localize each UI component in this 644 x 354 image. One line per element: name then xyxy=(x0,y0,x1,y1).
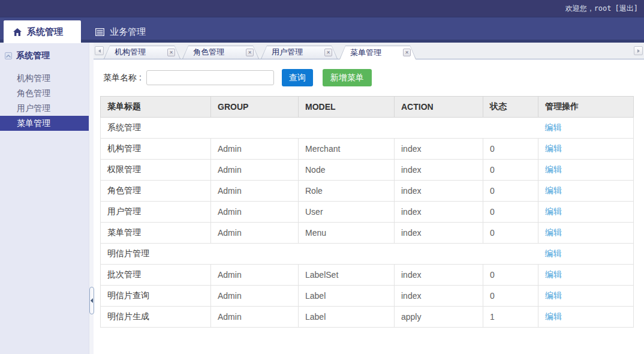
tab-label: 菜单管理 xyxy=(350,47,381,58)
col-action: ACTION xyxy=(395,97,483,118)
edit-link[interactable]: 编辑 xyxy=(545,269,562,279)
edit-link[interactable]: 编辑 xyxy=(545,290,562,300)
cell-model: Menu xyxy=(299,223,395,244)
search-label: 菜单名称 : xyxy=(103,73,142,83)
table-header-row: 菜单标题 GROUP MODEL ACTION 状态 管理操作 xyxy=(101,97,634,118)
cell-title: 机构管理 xyxy=(101,139,211,160)
close-icon[interactable]: ✕ xyxy=(403,49,411,56)
tab-user[interactable]: 用户管理 ✕ xyxy=(261,46,338,59)
col-title: 菜单标题 xyxy=(101,97,211,118)
table-row: 角色管理 Admin Role index 0 编辑 xyxy=(101,181,634,202)
cell-operations: 编辑 xyxy=(538,202,634,223)
cell-status: 0 xyxy=(483,223,538,244)
cell-title: 角色管理 xyxy=(101,181,211,202)
cell-action: index xyxy=(395,139,483,160)
col-group: GROUP xyxy=(211,97,299,118)
chevron-left-icon xyxy=(98,49,101,53)
cell-operations: 编辑 xyxy=(538,307,634,328)
cell-action: index xyxy=(395,160,483,181)
sidebar-section-header: 系统管理 xyxy=(0,43,89,61)
cell-status: 0 xyxy=(483,265,538,286)
cell-title: 明信片管理 xyxy=(101,244,538,265)
edit-link[interactable]: 编辑 xyxy=(545,143,562,153)
edit-link[interactable]: 编辑 xyxy=(545,122,562,132)
cell-model: Label xyxy=(299,286,395,307)
edit-link[interactable]: 编辑 xyxy=(545,164,562,174)
add-menu-button[interactable]: 新增菜单 xyxy=(323,69,372,86)
close-icon[interactable]: ✕ xyxy=(167,49,175,56)
cell-model: Label xyxy=(299,307,395,328)
table-row: 明信片生成 Admin Label apply 1 编辑 xyxy=(101,307,634,328)
cell-group: Admin xyxy=(211,160,299,181)
edit-link[interactable]: 编辑 xyxy=(545,206,562,216)
tab-scroll-right-button[interactable] xyxy=(634,46,643,55)
cell-model: User xyxy=(299,202,395,223)
sidebar-item-merchant[interactable]: 机构管理 xyxy=(0,71,89,86)
table-group-row: 系统管理 编辑 xyxy=(101,118,634,139)
cell-status: 0 xyxy=(483,181,538,202)
collapse-left-icon xyxy=(91,298,93,303)
cell-status: 0 xyxy=(483,202,538,223)
welcome-text: 欢迎您，root xyxy=(565,4,612,14)
cell-operations: 编辑 xyxy=(538,223,634,244)
cell-group: Admin xyxy=(211,223,299,244)
edit-link[interactable]: 编辑 xyxy=(545,311,562,321)
cell-model: Node xyxy=(299,160,395,181)
cell-operations: 编辑 xyxy=(538,139,634,160)
cell-status: 1 xyxy=(483,307,538,328)
table-row: 权限管理 Admin Node index 0 编辑 xyxy=(101,160,634,181)
search-form: 菜单名称 : 查询 新增菜单 xyxy=(103,69,634,86)
nav-tab-business[interactable]: 业务管理 xyxy=(81,20,160,43)
close-icon[interactable]: ✕ xyxy=(246,49,254,56)
cell-title: 用户管理 xyxy=(101,202,211,223)
cell-action: apply xyxy=(395,307,483,328)
sidebar-collapse-handle[interactable] xyxy=(89,287,94,314)
cell-action: index xyxy=(395,286,483,307)
tab-menu[interactable]: 菜单管理 ✕ xyxy=(339,46,416,59)
tab-label: 机构管理 xyxy=(115,47,146,58)
sidebar-menu: 机构管理 角色管理 用户管理 菜单管理 xyxy=(0,71,89,131)
nav-tab-system[interactable]: 系统管理 xyxy=(4,20,81,43)
sidebar-item-user[interactable]: 用户管理 xyxy=(0,101,89,116)
table-row: 明信片查询 Admin Label index 0 编辑 xyxy=(101,286,634,307)
cell-action: index xyxy=(395,265,483,286)
edit-link[interactable]: 编辑 xyxy=(545,185,562,195)
sidebar-section-title: 系统管理 xyxy=(16,50,50,61)
cell-group: Admin xyxy=(211,265,299,286)
cell-model: LabelSet xyxy=(299,265,395,286)
cell-status: 0 xyxy=(483,139,538,160)
cell-title: 系统管理 xyxy=(101,118,538,139)
home-icon xyxy=(13,28,22,36)
edit-link[interactable]: 编辑 xyxy=(545,227,562,237)
col-status: 状态 xyxy=(483,97,538,118)
cell-action: index xyxy=(395,181,483,202)
content-tabs: 机构管理 ✕ 角色管理 ✕ 用户管理 ✕ 菜单管理 ✕ xyxy=(104,46,416,59)
table-row: 机构管理 Admin Merchant index 0 编辑 xyxy=(101,139,634,160)
menu-name-input[interactable] xyxy=(146,70,274,85)
table-group-row: 明信片管理 编辑 xyxy=(101,244,634,265)
sidebar-item-role[interactable]: 角色管理 xyxy=(0,86,89,101)
sidebar: 系统管理 机构管理 角色管理 用户管理 菜单管理 xyxy=(0,43,89,354)
col-operations: 管理操作 xyxy=(538,97,634,118)
cell-title: 菜单管理 xyxy=(101,223,211,244)
cell-model: Role xyxy=(299,181,395,202)
table-row: 用户管理 Admin User index 0 编辑 xyxy=(101,202,634,223)
close-icon[interactable]: ✕ xyxy=(324,49,332,56)
tab-scroll-left-button[interactable] xyxy=(95,46,104,55)
query-button[interactable]: 查询 xyxy=(282,69,313,86)
cell-title: 明信片生成 xyxy=(101,307,211,328)
sidebar-item-menu[interactable]: 菜单管理 xyxy=(0,116,89,131)
cell-model: Merchant xyxy=(299,139,395,160)
cell-group: Admin xyxy=(211,202,299,223)
tab-role[interactable]: 角色管理 ✕ xyxy=(182,46,259,59)
cell-group: Admin xyxy=(211,181,299,202)
content-tabstrip: 机构管理 ✕ 角色管理 ✕ 用户管理 ✕ 菜单管理 ✕ xyxy=(94,43,644,59)
collapse-section-icon[interactable] xyxy=(5,52,12,59)
col-model: MODEL xyxy=(299,97,395,118)
logout-link[interactable]: [退出] xyxy=(615,4,638,14)
edit-link[interactable]: 编辑 xyxy=(545,248,562,258)
cell-group: Admin xyxy=(211,286,299,307)
tab-merchant[interactable]: 机构管理 ✕ xyxy=(104,46,180,59)
tab-label: 角色管理 xyxy=(193,47,224,58)
cell-status: 0 xyxy=(483,286,538,307)
